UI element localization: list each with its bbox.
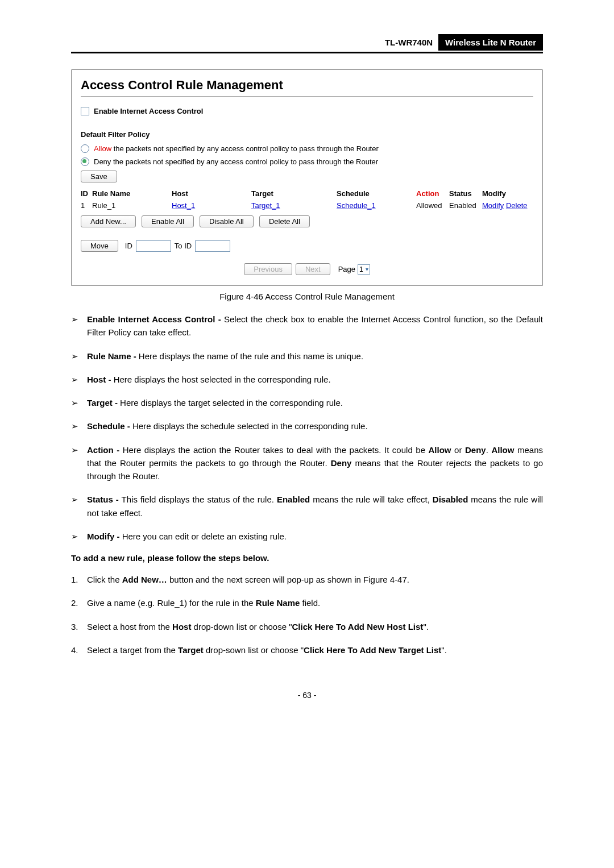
toid-input[interactable] [195,240,230,252]
cell-host-link[interactable]: Host_1 [172,201,195,210]
modify-link[interactable]: Modify [482,201,504,210]
id-input[interactable] [136,240,171,252]
next-button[interactable]: Next [296,263,330,275]
step-4: Select a target from the Target drop-sow… [87,643,543,657]
col-target: Target [251,189,337,198]
col-modify: Modify [482,189,533,198]
dl-status-desc: Status - This field displays the status … [87,493,543,520]
dl-host-desc: Here displays the host selected in the c… [111,375,331,384]
dl-rulename-desc: Here displays the name of the rule and t… [136,351,363,361]
col-host: Host [172,189,251,198]
enable-iac-label: Enable Internet Access Control [94,107,203,115]
steps-list: 1. Click the Add New… button and the nex… [71,573,543,657]
step-3: Select a host from the Host drop-down li… [87,620,543,633]
col-action: Action [416,189,449,198]
previous-button[interactable]: Previous [244,263,292,275]
col-rule-name: Rule Name [92,189,172,198]
cell-target-link[interactable]: Target_1 [251,201,280,210]
dl-modify-desc: Here you can edit or delete an existing … [120,531,287,541]
chevron-down-icon: ▾ [366,266,368,272]
delete-link[interactable]: Delete [506,201,528,210]
page-label: Page [338,265,355,273]
dl-rulename-term: Rule Name - [87,351,136,361]
dl-host-term: Host - [87,375,111,384]
col-schedule: Schedule [337,189,416,198]
dl-action-desc: Action - Here displays the action the Ro… [87,443,543,483]
step-2: Give a name (e.g. Rule_1) for the rule i… [87,596,543,609]
dl-schedule-term: Schedule - [87,421,130,431]
cell-id: 1 [81,201,92,210]
dl-schedule-desc: Here displays the schedule selected in t… [130,421,368,431]
figure-caption: Figure 4-46 Access Control Rule Manageme… [71,292,543,301]
dl-target-term: Target - [87,398,118,408]
divider [81,96,533,97]
id-input-label: ID [125,242,132,250]
cell-modify: Modify Delete [482,201,533,210]
dl-target-desc: Here displays the target selected in the… [118,398,343,408]
policy-allow-label: Allow the packets not specified by any a… [94,144,379,153]
col-status: Status [449,189,482,198]
dl-enable-iac-term: Enable Internet Access Control - [87,314,221,324]
page-select[interactable]: 1▾ [358,264,370,275]
panel-title: Access Control Rule Management [81,78,533,93]
description-list: ➢ Enable Internet Access Control - Selec… [71,313,543,543]
cell-schedule-link[interactable]: Schedule_1 [337,201,376,210]
save-button[interactable]: Save [81,171,117,182]
col-id: ID [81,189,92,198]
disable-all-button[interactable]: Disable All [200,215,254,227]
move-button[interactable]: Move [81,240,118,252]
policy-deny-label: Deny the packets not specified by any ac… [94,157,378,166]
enable-all-button[interactable]: Enable All [142,215,194,227]
page-number: - 63 - [71,691,543,700]
cell-rule-name: Rule_1 [92,201,172,210]
model-desc: Wireless Lite N Router [438,34,543,51]
enable-iac-checkbox[interactable] [81,107,89,115]
cell-status: Enabled [449,201,482,210]
default-filter-policy-heading: Default Filter Policy [81,130,533,139]
doc-header: TL-WR740N Wireless Lite N Router [71,34,543,53]
cell-action: Allowed [416,201,449,210]
screenshot-panel: Access Control Rule Management Enable In… [71,69,543,286]
toid-label: To ID [175,242,192,250]
add-new-button[interactable]: Add New... [81,215,136,227]
delete-all-button[interactable]: Delete All [259,215,310,227]
step-1: Click the Add New… button and the next s… [87,573,543,586]
table-row: 1 Rule_1 Host_1 Target_1 Schedule_1 Allo… [81,201,533,210]
dl-modify-term: Modify - [87,531,120,541]
policy-deny-radio[interactable] [81,157,89,166]
model-number: TL-WR740N [379,35,438,49]
add-rule-heading: To add a new rule, please follow the ste… [71,553,543,563]
policy-allow-radio[interactable] [81,144,89,153]
rules-table-header: ID Rule Name Host Target Schedule Action… [81,189,533,198]
